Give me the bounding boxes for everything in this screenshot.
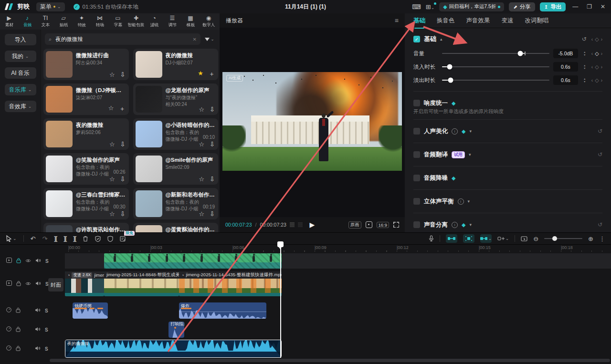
- sidebar-item-2[interactable]: 我的⌄: [5, 51, 36, 62]
- speaker-icon[interactable]: [35, 326, 41, 333]
- properties-tab-2[interactable]: 换音色: [437, 17, 455, 25]
- eye-icon[interactable]: [25, 281, 31, 287]
- toggle-checkbox[interactable]: [413, 100, 420, 106]
- download-icon[interactable]: ⇩: [210, 210, 215, 218]
- segment-list-icon[interactable]: [298, 222, 303, 227]
- ratio-badge[interactable]: 16:9: [377, 222, 390, 228]
- info-icon[interactable]: i: [458, 198, 464, 205]
- playhead-handle[interactable]: [277, 241, 284, 247]
- media-tab-8[interactable]: ✚智能包装: [127, 13, 145, 30]
- media-tab-9[interactable]: ◔滤镜: [145, 13, 163, 30]
- play-button[interactable]: ▶: [310, 221, 315, 229]
- quality-badge[interactable]: 原画: [348, 221, 361, 229]
- record-mic-icon[interactable]: [429, 235, 434, 242]
- greenscreen-clip[interactable]: [104, 253, 282, 269]
- media-tab-10[interactable]: ☰调节: [163, 13, 181, 30]
- music-card[interactable]: @蛋黄酥油创作的原声包含歌曲：夜的微微辣-DJ☆⇩: [133, 223, 219, 232]
- media-tab-2[interactable]: ♪音频: [18, 13, 36, 30]
- delete-button[interactable]: [83, 236, 88, 242]
- focus-icon[interactable]: [366, 221, 372, 228]
- favorite-icon[interactable]: ☆: [109, 210, 115, 218]
- solo-button[interactable]: S: [45, 308, 48, 313]
- menu-button[interactable]: 菜单 ⌄: [36, 2, 65, 11]
- media-tab-3[interactable]: TI文本: [36, 13, 54, 30]
- cover-button[interactable]: 封面: [48, 278, 63, 291]
- video-clip-1[interactable]: ◔ 变速 2.6X jimeng: [65, 271, 104, 296]
- stepper-icon[interactable]: ▴▾: [582, 49, 588, 58]
- music-card[interactable]: 微微辣（DJ停顿感）柒柒淋02:07☆＋: [43, 83, 129, 115]
- download-icon[interactable]: ⇩: [210, 141, 215, 148]
- magnet-toggle[interactable]: [463, 234, 474, 243]
- chevron-down-icon[interactable]: ▾: [469, 129, 472, 134]
- split-left-icon[interactable]: ][: [63, 236, 66, 241]
- music-card[interactable]: @小语转晴创作的原声包含歌曲：夜的微微辣-DJ 小烟00:10☆⇩: [133, 118, 219, 150]
- layout-switch-icon[interactable]: ⊞⌄: [426, 3, 434, 10]
- music-card[interactable]: @新新和老布创作的原声包含歌曲：夜的微微辣-DJ 小烟00:19☆⇩: [133, 188, 219, 219]
- keyframe-control[interactable]: ‹ ◇ ›: [591, 64, 602, 70]
- chevron-down-icon[interactable]: ▾: [469, 222, 472, 227]
- speaker-icon[interactable]: [35, 345, 41, 352]
- slider-value[interactable]: 0.6s: [553, 75, 578, 85]
- playhead-line[interactable]: [280, 245, 281, 358]
- music-card[interactable]: @三春白雪归情冢创作的原声包含歌曲：夜的微微辣-DJ 小烟00:30☆⇩: [43, 188, 129, 219]
- favorite-icon[interactable]: ☆: [199, 176, 204, 183]
- info-icon[interactable]: i: [452, 128, 458, 135]
- reset-icon[interactable]: ↺: [598, 128, 602, 135]
- slider-knob[interactable]: [518, 51, 523, 56]
- lock-icon[interactable]: [16, 345, 21, 353]
- stepper-icon[interactable]: ▴▾: [582, 75, 588, 85]
- lock-icon[interactable]: [16, 307, 21, 314]
- download-icon[interactable]: ⇩: [120, 176, 126, 183]
- mask-icon[interactable]: [107, 236, 113, 242]
- maximize-button[interactable]: ❐: [585, 3, 594, 10]
- media-tab-6[interactable]: ⋈转场: [91, 13, 109, 30]
- add-icon[interactable]: ＋: [209, 70, 215, 78]
- segment-list-icon[interactable]: [290, 222, 295, 227]
- shortcut-keyboard-icon[interactable]: ⌨: [412, 3, 421, 10]
- media-tab-4[interactable]: ▱贴纸: [54, 13, 73, 30]
- zoom-out-icon[interactable]: ⊖: [533, 236, 538, 242]
- music-card[interactable]: @Smile创作的原声Smile02:09☆⇩: [133, 153, 219, 185]
- media-tab-11[interactable]: ▦模板: [181, 13, 200, 30]
- slider-knob[interactable]: [448, 78, 453, 83]
- chevron-down-icon[interactable]: ▾: [469, 152, 471, 157]
- eye-icon[interactable]: [25, 258, 31, 264]
- solo-button[interactable]: S: [45, 259, 49, 264]
- split-icon[interactable]: ][: [54, 236, 57, 241]
- keyframe-nav[interactable]: ‹ ◇ ›: [591, 36, 602, 42]
- linkage-toggle[interactable]: ⌄: [480, 234, 492, 243]
- mask-check-icon[interactable]: [95, 236, 101, 242]
- slider-track[interactable]: [442, 66, 549, 67]
- properties-tab-5[interactable]: 改词翻唱: [525, 17, 549, 25]
- search-input[interactable]: [54, 36, 190, 42]
- speaker-icon[interactable]: [35, 307, 41, 314]
- auto-snap-toggle[interactable]: [446, 234, 457, 243]
- select-tool[interactable]: ⌄: [6, 235, 17, 242]
- slider-track[interactable]: [442, 80, 549, 81]
- keyframe-control[interactable]: ‹ ◇ ›: [591, 77, 602, 83]
- reset-icon[interactable]: ↺: [598, 221, 602, 228]
- undo-button[interactable]: ↶: [31, 236, 36, 242]
- toggle-checkbox[interactable]: [413, 175, 420, 181]
- media-tab-7[interactable]: ▭字幕: [109, 13, 127, 30]
- media-tab-12[interactable]: ◉数字人: [200, 13, 218, 30]
- lock-icon[interactable]: [16, 281, 21, 288]
- music-card[interactable]: 夜的微微辣萝莉S02:06☆⇩: [43, 118, 129, 150]
- snap-audio-clip[interactable]: 打响指声: [169, 322, 184, 338]
- promo-banner[interactable]: ◆ 回归福利，幸运7.5折: [439, 2, 504, 11]
- slider-track[interactable]: [442, 53, 549, 54]
- slider-knob[interactable]: [447, 64, 452, 70]
- export-button[interactable]: ↥ 导出: [540, 2, 566, 11]
- music-card[interactable]: @许凯资讯站创作的原声包含歌曲：夜的微微辣-DJ☆⇩: [43, 223, 129, 232]
- favorite-icon[interactable]: ☆: [199, 210, 204, 218]
- info-icon[interactable]: i: [452, 222, 458, 228]
- slider-value[interactable]: -5.0dB: [553, 49, 578, 58]
- filter-button[interactable]: ⌄: [203, 33, 216, 45]
- clear-search-icon[interactable]: ✕: [193, 37, 197, 42]
- lock-icon[interactable]: [16, 258, 21, 265]
- share-button[interactable]: ⬈ 分享: [509, 2, 535, 11]
- speaker-icon[interactable]: [35, 281, 41, 287]
- add-icon[interactable]: ＋: [119, 104, 126, 113]
- horizontal-scrollbar[interactable]: [50, 359, 610, 362]
- caption-doc-tool[interactable]: 限免: [120, 236, 126, 242]
